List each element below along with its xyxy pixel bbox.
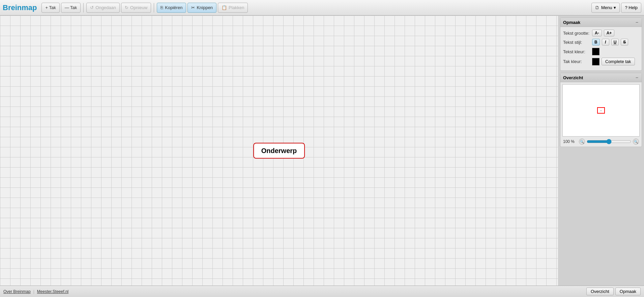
remove-tak-button[interactable]: — Tak — [61, 3, 81, 13]
overzicht-minimize-button[interactable]: − — [635, 75, 639, 80]
bold-button[interactable]: B — [592, 39, 600, 46]
plakken-button[interactable]: 📋 Plakken — [218, 3, 248, 13]
tekst-grootte-label: Tekst grootte: — [563, 31, 590, 36]
mini-map[interactable]: - — [562, 84, 640, 137]
meester-steeef-link[interactable]: Meester.Steeef.nl — [37, 289, 68, 294]
kopieren-button[interactable]: ⎘ Kopiëren — [157, 3, 186, 13]
menu-button[interactable]: 🗋 Menu ▾ — [591, 3, 620, 13]
tekst-grootte-row: Tekst grootte: A- A+ — [563, 30, 639, 36]
opmaak-panel-body: Tekst grootte: A- A+ Tekst stijl: B I U … — [560, 27, 642, 70]
tak-kleur-row: Tak kleur: Complete tak — [563, 58, 639, 65]
underline-button[interactable]: U — [611, 39, 619, 46]
footer-right: Overzicht Opmaak — [586, 288, 641, 295]
separator-1 — [83, 3, 84, 12]
chevron-down-icon: ▾ — [614, 5, 616, 10]
complete-tak-button[interactable]: Complete tak — [602, 58, 635, 65]
tekst-kleur-swatch[interactable] — [592, 48, 599, 55]
zoom-slider[interactable] — [587, 139, 631, 144]
tekst-kleur-row: Tekst kleur: — [563, 48, 639, 55]
zoom-out-icon[interactable]: 🔍 — [579, 139, 585, 145]
copy-icon: ⎘ — [160, 5, 163, 10]
zoom-bar: 100 % 🔍 🔍 — [562, 139, 640, 145]
footer-opmaak-button[interactable]: Opmaak — [615, 288, 641, 295]
toolbar: Breinmap + Tak — Tak ↺ Ongedaan ↻ Opnieu… — [0, 0, 644, 16]
file-icon: 🗋 — [595, 5, 599, 10]
canvas-area[interactable]: Onderwerp — [0, 16, 558, 286]
over-breinmap-link[interactable]: Over Breinmap — [3, 289, 31, 294]
opmaak-panel: Opmaak − Tekst grootte: A- A+ Tekst stij… — [560, 18, 642, 71]
tekst-kleur-label: Tekst kleur: — [563, 49, 590, 54]
footer: Over Breinmap | Meester.Steeef.nl Overzi… — [0, 286, 644, 297]
font-size-decrease-button[interactable]: A- — [592, 30, 602, 36]
main-area: Onderwerp Opmaak − Tekst grootte: A- A+ … — [0, 16, 644, 286]
strikethrough-button[interactable]: S — [621, 39, 628, 46]
paste-icon: 📋 — [222, 5, 227, 10]
undo-icon: ↺ — [90, 5, 94, 10]
help-button[interactable]: ? Help — [621, 3, 641, 13]
scissors-icon: ✂ — [191, 5, 195, 10]
right-panel: Opmaak − Tekst grootte: A- A+ Tekst stij… — [558, 16, 644, 286]
font-size-increase-button[interactable]: A+ — [604, 30, 615, 36]
zoom-in-icon[interactable]: 🔍 — [633, 139, 639, 145]
add-tak-button[interactable]: + Tak — [41, 3, 59, 13]
ongedaan-button[interactable]: ↺ Ongedaan — [86, 3, 120, 13]
redo-icon: ↻ — [125, 5, 128, 10]
opmaak-panel-header: Opmaak − — [560, 18, 642, 27]
italic-button[interactable]: I — [602, 39, 609, 46]
logo: Breinmap — [3, 3, 37, 12]
overzicht-panel: Overzicht − - 100 % 🔍 🔍 — [560, 73, 642, 147]
mindmap-node[interactable]: Onderwerp — [253, 143, 305, 158]
tak-kleur-swatch[interactable] — [592, 58, 599, 65]
overzicht-panel-header: Overzicht − — [560, 73, 642, 82]
separator-2 — [154, 3, 154, 12]
mini-map-node: - — [597, 107, 605, 114]
tak-kleur-label: Tak kleur: — [563, 59, 590, 64]
knippen-button[interactable]: ✂ Knippen — [187, 3, 216, 13]
tekst-stijl-label: Tekst stijl: — [563, 40, 590, 45]
overzicht-panel-body: - 100 % 🔍 🔍 — [560, 82, 642, 147]
opnieuw-button[interactable]: ↻ Opnieuw — [121, 3, 151, 13]
zoom-label: 100 % — [563, 139, 577, 144]
footer-separator: | — [33, 289, 34, 294]
footer-overzicht-button[interactable]: Overzicht — [586, 288, 614, 295]
tekst-stijl-row: Tekst stijl: B I U S — [563, 39, 639, 46]
overzicht-title: Overzicht — [563, 75, 583, 80]
footer-left: Over Breinmap | Meester.Steeef.nl — [3, 289, 68, 294]
opmaak-title: Opmaak — [563, 20, 580, 25]
opmaak-minimize-button[interactable]: − — [635, 20, 639, 25]
